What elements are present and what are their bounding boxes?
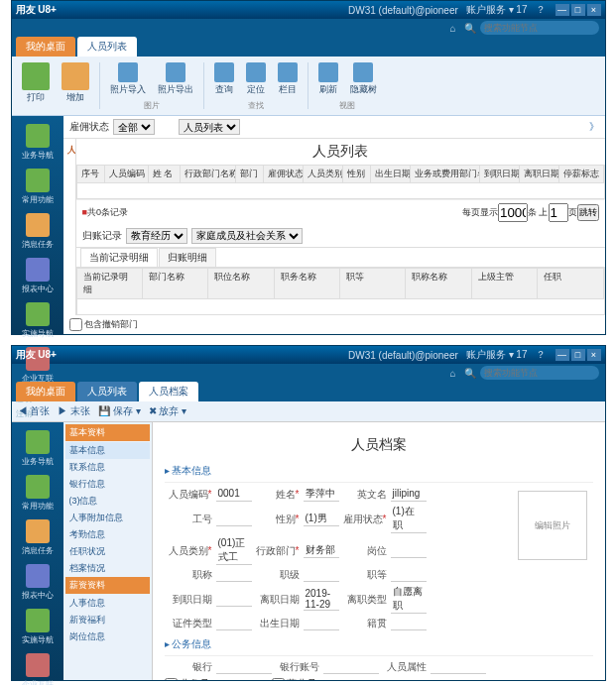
min-button[interactable]: — <box>555 4 569 16</box>
query-button[interactable]: 查询 <box>210 60 238 98</box>
val-cat[interactable]: (01)正式工 <box>216 536 252 565</box>
col-cat[interactable]: 人员类别 <box>304 166 343 182</box>
val-id[interactable] <box>216 617 252 630</box>
sidebar-report[interactable]: 报表中心 <box>12 560 63 605</box>
grid-body[interactable] <box>76 183 605 199</box>
sidebar-msg[interactable]: 消息任务 <box>12 209 63 254</box>
close-button[interactable]: × <box>587 349 601 361</box>
tree-root[interactable]: 人员类别 <box>67 143 71 158</box>
help-icon[interactable]: ？ <box>536 348 546 362</box>
val-pprop[interactable] <box>431 660 486 674</box>
user-menu[interactable]: 账户服务 ▾ 17 <box>466 348 528 362</box>
tab-current[interactable]: 当前记录明细 <box>80 248 158 267</box>
col-birth[interactable]: 出生日期 <box>371 166 411 182</box>
val-title[interactable] <box>216 568 252 582</box>
col-dept2[interactable]: 部门 <box>236 166 264 182</box>
filter-list[interactable]: 人员列表 <box>179 119 240 135</box>
val-rank[interactable] <box>391 568 427 582</box>
nav-bank[interactable]: 银行信息 <box>65 476 150 493</box>
tree-node[interactable]: (9)仓库 <box>67 232 76 247</box>
user-menu[interactable]: 账户服务 ▾ 17 <box>466 3 528 17</box>
sidebar-impl[interactable]: 实施导航 <box>12 298 63 343</box>
detail-sel1[interactable]: 教育经历 <box>126 228 187 244</box>
sidebar-common[interactable]: 常用功能 <box>12 165 63 209</box>
val-red[interactable]: 自愿离职 <box>391 585 427 614</box>
help-icon[interactable]: ？ <box>536 3 546 17</box>
val-code[interactable]: 0001 <box>216 488 252 502</box>
nav-post[interactable]: 任职状况 <box>65 543 150 560</box>
col-bizdept[interactable]: 业务或费用部门名称 <box>411 166 480 182</box>
close-button[interactable]: × <box>587 4 601 16</box>
filter-go[interactable]: 》 <box>589 120 599 134</box>
nav-hr[interactable]: 人事信息 <box>65 595 150 612</box>
filter-status[interactable]: 全部 <box>113 119 155 135</box>
tab-desktop[interactable]: 我的桌面 <box>16 37 75 57</box>
detail-body[interactable] <box>76 299 605 315</box>
col-stop[interactable]: 停薪标志 <box>559 166 604 182</box>
min-button[interactable]: — <box>555 349 569 361</box>
sidebar-msg[interactable]: 消息任务 <box>12 515 63 560</box>
sidebar-impl[interactable]: 实施导航 <box>12 605 63 649</box>
tree-node[interactable]: (4)采购部 <box>67 217 76 232</box>
save-button[interactable]: 💾 保存 ▾ <box>98 404 141 418</box>
tree-node[interactable]: (1)销售部 <box>67 172 76 187</box>
photo-export-button[interactable]: 照片导出 <box>154 60 197 98</box>
val-pos[interactable] <box>391 544 427 558</box>
col-code[interactable]: 人员编码 <box>105 166 149 182</box>
photo-import-button[interactable]: 照片导入 <box>106 60 150 98</box>
detail-sel2[interactable]: 家庭成员及社会关系 <box>191 228 303 244</box>
max-button[interactable]: □ <box>571 4 585 16</box>
val-nat[interactable] <box>391 617 427 630</box>
tab-personlist[interactable]: 人员列表 <box>77 37 137 57</box>
print-button[interactable]: 打印 <box>18 60 54 111</box>
refresh-button[interactable]: 刷新 <box>314 60 342 98</box>
col-leave[interactable]: 离职日期 <box>520 166 559 182</box>
nav-3[interactable]: (3)信息 <box>65 493 150 510</box>
cancel-button[interactable]: ✖ 放弃 ▾ <box>149 404 187 418</box>
chk-yyy[interactable] <box>272 678 285 681</box>
sidebar-ent[interactable]: 企业互联 <box>12 649 63 685</box>
search-icon[interactable]: 🔍 <box>464 368 476 379</box>
val-job[interactable] <box>216 513 252 526</box>
sidebar-biznav[interactable]: 业务导航 <box>12 120 63 165</box>
chk-ywy[interactable] <box>165 678 178 681</box>
tree-node[interactable]: (2)生产部 <box>67 187 76 202</box>
first-button[interactable]: ◀ 首张 <box>18 404 51 418</box>
columns-button[interactable]: 栏目 <box>274 60 302 98</box>
tree-node[interactable]: (0)所有部 <box>67 158 76 172</box>
sidebar-biznav[interactable]: 业务导航 <box>12 426 63 471</box>
tab-history[interactable]: 归账明细 <box>159 248 216 267</box>
val-acct[interactable] <box>323 660 379 674</box>
col-dept[interactable]: 行政部门名称 <box>181 166 236 182</box>
col-sex[interactable]: 性别 <box>343 166 371 182</box>
search-input[interactable] <box>480 21 599 35</box>
nav-basic[interactable]: 基本信息 <box>65 442 150 459</box>
home-icon[interactable]: ⌂ <box>449 23 455 34</box>
val-bank[interactable] <box>216 660 272 674</box>
val-dept[interactable]: 财务部 <box>304 543 339 558</box>
include-cancel-checkbox[interactable] <box>69 318 82 331</box>
tab-list[interactable]: 人员列表 <box>77 382 137 401</box>
page-size[interactable] <box>498 203 528 222</box>
tab-archive[interactable]: 人员档案 <box>139 382 198 401</box>
val-birth[interactable] <box>304 617 339 630</box>
max-button[interactable]: □ <box>571 349 585 361</box>
tab-desktop[interactable]: 我的桌面 <box>16 382 75 401</box>
search-input[interactable] <box>480 366 599 380</box>
search-icon[interactable]: 🔍 <box>464 23 476 34</box>
nav-file[interactable]: 档案情况 <box>65 560 150 577</box>
val-hire[interactable] <box>216 593 252 607</box>
col-emp[interactable]: 雇佣状态 <box>264 166 304 182</box>
tree-node[interactable]: (3)财务部 <box>67 202 76 217</box>
val-leave[interactable]: 2019-11-29 <box>304 588 339 611</box>
sidebar-report[interactable]: 报表中心 <box>12 254 63 298</box>
sidebar-common[interactable]: 常用功能 <box>12 471 63 515</box>
val-class[interactable] <box>304 568 339 582</box>
add-button[interactable]: 增加 <box>58 60 93 111</box>
val-sex[interactable]: (1)男 <box>304 512 339 526</box>
include-cancel[interactable]: 包含撤销部门 <box>63 315 605 334</box>
hidetree-button[interactable]: 隐藏树 <box>346 60 381 98</box>
page-num[interactable] <box>549 203 568 222</box>
last-button[interactable]: ▶ 末张 <box>58 404 90 418</box>
nav-welfare[interactable]: 新资福利 <box>65 612 150 628</box>
